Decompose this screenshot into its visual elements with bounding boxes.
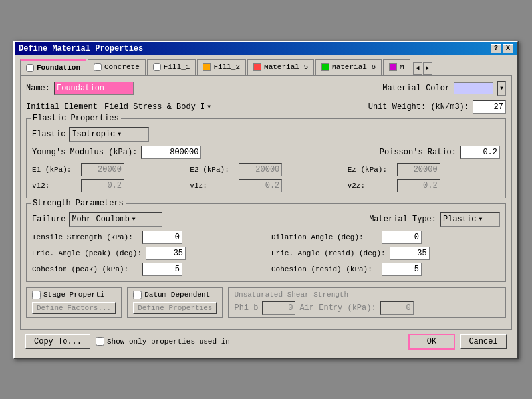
tensile-input[interactable]	[142, 231, 182, 244]
ez-cell: Ez (kPa):	[348, 163, 500, 176]
tab-fill1[interactable]: Fill_1	[147, 59, 196, 75]
color-dropdown-arrow: ▼	[500, 85, 503, 91]
strength-group-title: Strength Parameters	[31, 199, 126, 208]
tab-material6[interactable]: Material 6	[315, 59, 382, 75]
form-area: Name: Material Color ▼ Initial Element F…	[20, 75, 512, 329]
ez-label: Ez (kPa):	[348, 166, 394, 174]
close-button[interactable]: X	[503, 44, 513, 53]
copy-to-button[interactable]: Copy To...	[25, 334, 90, 349]
tab-concrete-checkbox[interactable]	[94, 63, 102, 71]
tab-material6-label: Material 6	[332, 63, 376, 71]
fric-resid-label: Fric. Angle (resid) (deg):	[271, 249, 386, 257]
tab-nav-right[interactable]: ▶	[423, 62, 432, 75]
cohesion-resid-input[interactable]	[382, 263, 422, 276]
elastic-type-label: Elastic	[32, 130, 65, 139]
e1-input[interactable]	[81, 163, 124, 176]
main-window: Define Material Properties ? X Foundatio…	[13, 41, 519, 359]
tensile-row: Tensile Strength (kPa):	[32, 231, 261, 244]
failure-value: Mohr Coulomb	[72, 215, 129, 224]
dilation-input[interactable]	[382, 231, 422, 244]
tab-m-icon	[389, 63, 397, 71]
material-color-label: Material Color	[382, 84, 450, 93]
datum-dependent-label: Datum Dependent	[144, 291, 210, 299]
unsaturated-row: Phi b Air Entry (kPa):	[234, 301, 500, 315]
dilation-row: Dilation Angle (deg):	[271, 231, 500, 244]
show-only-checkbox[interactable]	[96, 337, 104, 346]
dilation-label: Dilation Angle (deg):	[271, 233, 378, 241]
define-properties-button[interactable]: Define Properties	[133, 302, 217, 314]
elastic-group: Elastic Properties Elastic Isotropic ▼ Y…	[26, 118, 506, 198]
tab-foundation[interactable]: Foundation	[20, 59, 86, 75]
tab-fill2[interactable]: Fill_2	[197, 59, 246, 75]
tab-material5-label: Material 5	[264, 63, 308, 71]
title-bar-buttons: ? X	[491, 44, 513, 53]
ez-input[interactable]	[397, 163, 440, 176]
tensile-label: Tensile Strength (kPa):	[32, 233, 138, 241]
phi-b-label: Phi b	[234, 303, 258, 313]
tab-fill1-label: Fill_1	[164, 63, 190, 71]
v1z-input[interactable]	[239, 179, 282, 192]
failure-dropdown[interactable]: Mohr Coulomb ▼	[69, 212, 162, 227]
v2z-cell: v2z:	[348, 179, 500, 192]
name-input[interactable]	[54, 82, 134, 95]
material-type-label: Material Type:	[369, 215, 436, 224]
v-values-row: v12: v1z: v2z:	[32, 179, 500, 192]
e1-cell: E1 (kPa):	[32, 163, 184, 176]
e2-input[interactable]	[239, 163, 282, 176]
define-factors-button[interactable]: Define Factors...	[32, 302, 116, 314]
material-type-arrow: ▼	[479, 216, 482, 222]
material-color-box[interactable]	[454, 82, 493, 94]
material-color-dropdown[interactable]: ▼	[497, 81, 506, 96]
v1z-cell: v1z:	[190, 179, 342, 192]
cancel-button[interactable]: Cancel	[460, 334, 507, 349]
failure-label: Failure	[32, 215, 65, 224]
stage-properties-group: Stage Properti Define Factors...	[26, 287, 122, 318]
tab-m[interactable]: M	[383, 59, 410, 75]
tab-m-label: M	[400, 63, 404, 71]
failure-row: Failure Mohr Coulomb ▼ Material Type: Pl…	[32, 212, 500, 227]
cohesion-resid-label: Cohesion (resid) (kPa):	[271, 265, 378, 273]
tab-material5[interactable]: Material 5	[247, 59, 314, 75]
bottom-bar: Copy To... Show only properties used in …	[20, 329, 512, 354]
stage-properties-label: Stage Properti	[43, 291, 104, 299]
tab-concrete[interactable]: Concrete	[88, 59, 146, 75]
stage-properties-checkbox[interactable]	[32, 291, 41, 299]
material-type-dropdown[interactable]: Plastic ▼	[440, 212, 500, 227]
v12-label: v12:	[32, 182, 78, 190]
youngs-input[interactable]	[141, 146, 201, 159]
e2-cell: E2 (kPa):	[190, 163, 342, 176]
poisson-label: Poisson's Ratio:	[380, 148, 456, 157]
v12-input[interactable]	[81, 179, 124, 192]
initial-element-row: Initial Element Field Stress & Body I ▼ …	[26, 100, 506, 114]
elastic-group-content: Elastic Isotropic ▼ Young's Modulus (kPa…	[32, 127, 500, 192]
poisson-input[interactable]	[460, 146, 500, 159]
fric-resid-input[interactable]	[390, 247, 430, 260]
stage-properties-title: Stage Properti	[32, 291, 116, 299]
elastic-type-dropdown[interactable]: Isotropic ▼	[69, 127, 149, 142]
show-only-row: Show only properties used in	[96, 337, 403, 346]
initial-element-dropdown[interactable]: Field Stress & Body I ▼	[102, 100, 213, 114]
help-button[interactable]: ?	[491, 44, 501, 53]
ok-button[interactable]: OK	[408, 334, 455, 350]
unit-weight-input[interactable]	[473, 100, 506, 114]
youngs-label: Young's Modulus (kPa):	[32, 148, 137, 157]
datum-dependent-checkbox[interactable]	[133, 291, 142, 299]
unit-weight-label: Unit Weight: (kN/m3):	[368, 102, 469, 112]
v2z-label: v2z:	[348, 182, 394, 190]
tab-fill1-checkbox[interactable]	[153, 63, 161, 71]
fric-peak-row: Fric. Angle (peak) (deg):	[32, 247, 261, 260]
v2z-input[interactable]	[397, 179, 440, 192]
v1z-label: v1z:	[190, 182, 236, 190]
tab-nav-left[interactable]: ◀	[413, 62, 422, 75]
air-entry-input[interactable]	[380, 301, 414, 315]
fric-peak-input[interactable]	[146, 247, 186, 260]
cohesion-peak-input[interactable]	[142, 263, 182, 276]
phi-b-input[interactable]	[262, 301, 295, 315]
e1-label: E1 (kPa):	[32, 166, 78, 174]
tab-concrete-label: Concrete	[104, 63, 140, 71]
name-row: Name: Material Color ▼	[26, 81, 506, 96]
tab-foundation-checkbox[interactable]	[26, 64, 34, 72]
elastic-type-value: Isotropic	[72, 130, 115, 139]
elastic-type-arrow: ▼	[118, 131, 121, 137]
datum-dependent-title: Datum Dependent	[133, 291, 217, 299]
